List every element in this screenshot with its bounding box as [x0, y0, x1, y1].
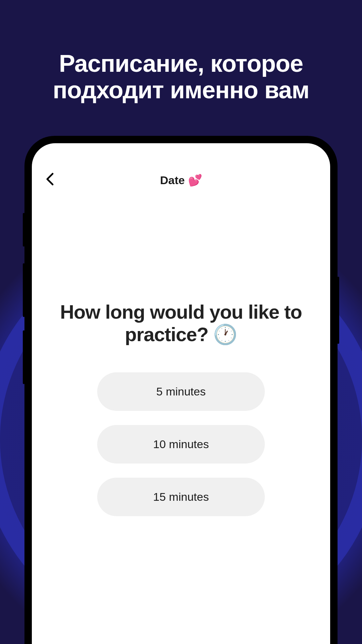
options-list: 5 minutes 10 minutes 15 minutes: [52, 372, 310, 516]
chevron-left-icon: [45, 172, 55, 186]
question-heading: How long would you like to practice? 🕐: [52, 301, 310, 345]
phone-button-decoration: [23, 330, 25, 384]
phone-screen: Date 💕 How long would you like to practi…: [32, 143, 330, 644]
phone-mockup-frame: Date 💕 How long would you like to practi…: [24, 136, 338, 644]
app-body: How long would you like to practice? 🕐 5…: [32, 194, 330, 516]
duration-option[interactable]: 15 minutes: [97, 478, 265, 516]
duration-option[interactable]: 5 minutes: [97, 372, 265, 411]
duration-option[interactable]: 10 minutes: [97, 425, 265, 464]
page-title: Date 💕: [45, 173, 317, 187]
back-button[interactable]: [45, 172, 55, 188]
phone-button-decoration: [23, 213, 25, 247]
app-header: Date 💕: [32, 143, 330, 194]
phone-button-decoration: [23, 263, 25, 317]
promo-headline: Расписание, которое подходит именно вам: [0, 0, 362, 103]
phone-button-decoration: [337, 277, 339, 344]
